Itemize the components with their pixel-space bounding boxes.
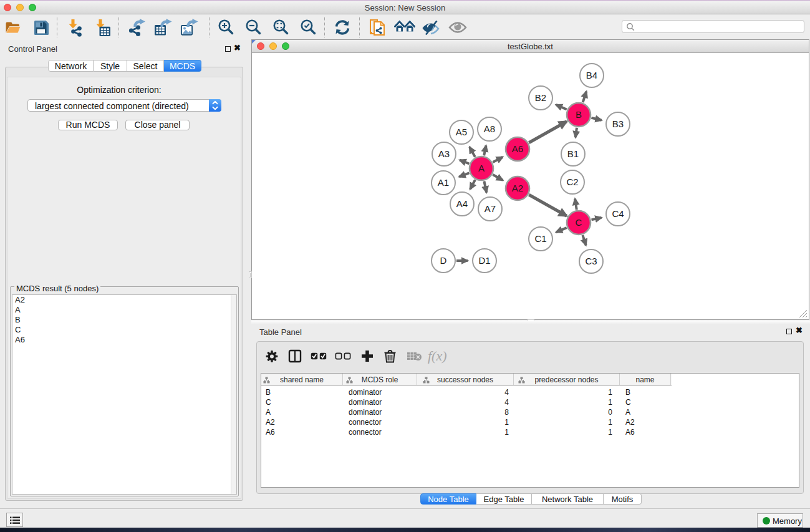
- svg-text:C1: C1: [534, 233, 546, 244]
- svg-text:A2: A2: [512, 183, 523, 193]
- svg-text:A7: A7: [485, 203, 496, 214]
- svg-text:A8: A8: [484, 123, 495, 134]
- svg-text:A: A: [478, 163, 485, 173]
- svg-text:B: B: [576, 109, 582, 120]
- svg-text:C3: C3: [585, 256, 597, 266]
- svg-text:D: D: [440, 255, 447, 266]
- svg-text:D1: D1: [478, 255, 490, 266]
- svg-text:B4: B4: [586, 70, 597, 80]
- svg-text:A3: A3: [438, 148, 450, 159]
- svg-text:B3: B3: [612, 118, 624, 129]
- svg-text:C: C: [576, 217, 582, 228]
- svg-text:A6: A6: [512, 143, 523, 154]
- svg-text:A4: A4: [456, 198, 468, 209]
- svg-text:C4: C4: [612, 208, 624, 219]
- svg-text:B2: B2: [535, 92, 546, 103]
- svg-text:A5: A5: [456, 127, 467, 137]
- svg-text:B1: B1: [567, 148, 579, 159]
- svg-text:A1: A1: [438, 177, 449, 188]
- svg-text:C2: C2: [566, 177, 578, 187]
